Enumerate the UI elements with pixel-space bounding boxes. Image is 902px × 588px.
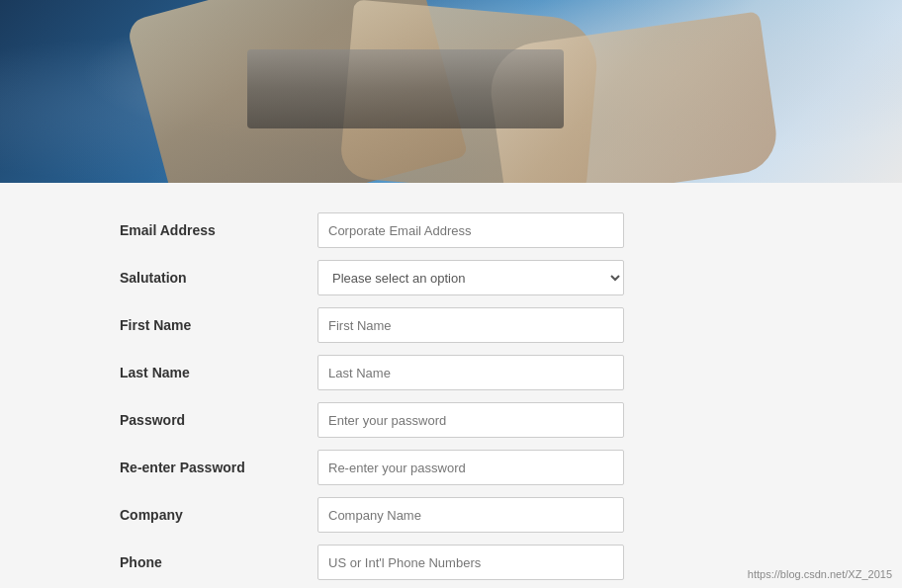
input-phone[interactable] <box>317 545 624 580</box>
form-row-first_name: First Name <box>120 307 782 343</box>
form-row-email: Email Address <box>120 212 782 248</box>
form-row-password: Password <box>120 402 782 438</box>
label-phone: Phone <box>120 554 317 570</box>
form-row-salutation: SalutationPlease select an optionMr.Mrs.… <box>120 260 782 295</box>
form-container: Email AddressSalutationPlease select an … <box>80 203 822 588</box>
label-re_password: Re-enter Password <box>120 460 317 475</box>
hero-banner <box>0 0 902 183</box>
input-first_name[interactable] <box>317 307 624 343</box>
label-password: Password <box>120 412 317 428</box>
form-row-last_name: Last Name <box>120 355 782 390</box>
input-last_name[interactable] <box>317 355 624 390</box>
input-company[interactable] <box>317 497 624 533</box>
form-row-re_password: Re-enter Password <box>120 450 782 485</box>
input-re_password[interactable] <box>317 450 624 485</box>
label-salutation: Salutation <box>120 270 317 286</box>
label-first_name: First Name <box>120 317 317 333</box>
watermark: https://blog.csdn.net/XZ_2015 <box>748 568 892 580</box>
label-last_name: Last Name <box>120 365 317 380</box>
hero-device <box>247 49 564 128</box>
select-salutation[interactable]: Please select an optionMr.Mrs.Ms.Dr.Prof… <box>317 260 624 295</box>
input-email[interactable] <box>317 212 624 248</box>
form-section: Email AddressSalutationPlease select an … <box>0 183 902 588</box>
label-company: Company <box>120 507 317 523</box>
input-password[interactable] <box>317 402 624 438</box>
form-row-phone: Phone <box>120 545 782 580</box>
label-email: Email Address <box>120 222 317 238</box>
form-row-company: Company <box>120 497 782 533</box>
